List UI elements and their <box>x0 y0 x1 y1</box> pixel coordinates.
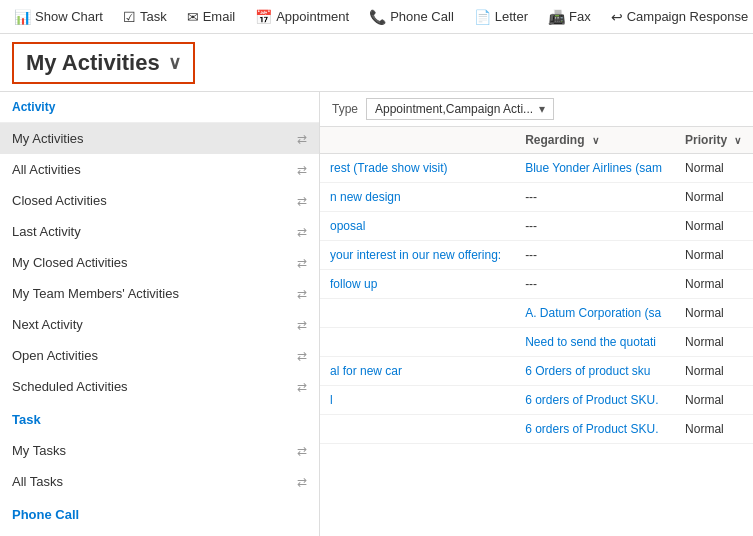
email-label: Email <box>203 9 236 24</box>
header-row: My Activities ∨ <box>0 34 753 92</box>
regarding-link[interactable]: 6 orders of Product SKU. <box>525 422 658 436</box>
regarding-link[interactable]: 6 Orders of product sku <box>525 364 650 378</box>
dropdown-item-my-team-members-activities[interactable]: My Team Members' Activities⇄ <box>0 278 319 309</box>
table-row: 6 orders of Product SKU.Normal <box>320 415 753 444</box>
pin-icon: ⇄ <box>297 163 307 177</box>
pin-icon: ⇄ <box>297 444 307 458</box>
appointment-label: Appointment <box>276 9 349 24</box>
appointment-icon: 📅 <box>255 9 272 25</box>
cell-priority: Normal <box>675 241 753 270</box>
cell-regarding: --- <box>515 241 675 270</box>
subject-link[interactable]: oposal <box>330 219 365 233</box>
task-icon: ☑ <box>123 9 136 25</box>
cell-subject[interactable]: your interest in our new offering: <box>320 241 515 270</box>
main-area: Activity My Activities⇄All Activities⇄Cl… <box>0 92 753 536</box>
cell-subject[interactable]: oposal <box>320 212 515 241</box>
table-row: rest (Trade show visit)Blue Yonder Airli… <box>320 154 753 183</box>
toolbar-item-show-chart[interactable]: 📊Show Chart <box>4 0 113 33</box>
priority-sort-icon: ∨ <box>734 135 741 146</box>
regarding-link[interactable]: A. Datum Corporation (sa <box>525 306 661 320</box>
section-task-label: Task <box>0 402 319 435</box>
letter-icon: 📄 <box>474 9 491 25</box>
toolbar-item-appointment[interactable]: 📅Appointment <box>245 0 359 33</box>
regarding-sort-icon: ∨ <box>592 135 599 146</box>
table-row: n new design---Normal <box>320 183 753 212</box>
toolbar-item-email[interactable]: ✉Email <box>177 0 246 33</box>
toolbar-item-task[interactable]: ☑Task <box>113 0 177 33</box>
cell-subject <box>320 328 515 357</box>
dropdown-item-my-activities[interactable]: My Activities⇄ <box>0 123 319 154</box>
my-activities-dropdown-btn[interactable]: My Activities ∨ <box>12 42 195 84</box>
col-subject <box>320 127 515 154</box>
dropdown-item-next-activity[interactable]: Next Activity⇄ <box>0 309 319 340</box>
cell-priority: Normal <box>675 328 753 357</box>
dropdown-item-open-activities[interactable]: Open Activities⇄ <box>0 340 319 371</box>
toolbar-item-phone-call[interactable]: 📞Phone Call <box>359 0 464 33</box>
type-filter-arrow-icon: ▾ <box>539 102 545 116</box>
campaign-response-icon: ↩ <box>611 9 623 25</box>
pin-icon: ⇄ <box>297 287 307 301</box>
cell-regarding[interactable]: Blue Yonder Airlines (sam <box>515 154 675 183</box>
toolbar-item-fax[interactable]: 📠Fax <box>538 0 601 33</box>
type-filter-value: Appointment,Campaign Acti... <box>375 102 533 116</box>
cell-subject[interactable]: n new design <box>320 183 515 212</box>
table-row: Need to send the quotatiNormal <box>320 328 753 357</box>
pin-icon: ⇄ <box>297 256 307 270</box>
dropdown-panel: Activity My Activities⇄All Activities⇄Cl… <box>0 92 320 536</box>
subject-link[interactable]: n new design <box>330 190 401 204</box>
cell-regarding[interactable]: 6 Orders of product sku <box>515 357 675 386</box>
cell-regarding[interactable]: 6 orders of Product SKU. <box>515 386 675 415</box>
pin-icon: ⇄ <box>297 349 307 363</box>
col-priority[interactable]: Priority ∨ <box>675 127 753 154</box>
pin-icon: ⇄ <box>297 380 307 394</box>
dropdown-item-all-activities[interactable]: All Activities⇄ <box>0 154 319 185</box>
type-filter-label: Type <box>332 102 358 116</box>
regarding-link[interactable]: 6 orders of Product SKU. <box>525 393 658 407</box>
cell-subject <box>320 415 515 444</box>
dropdown-item-scheduled-activities[interactable]: Scheduled Activities⇄ <box>0 371 319 402</box>
cell-regarding: --- <box>515 212 675 241</box>
subject-link[interactable]: al for new car <box>330 364 402 378</box>
cell-subject[interactable]: l <box>320 386 515 415</box>
cell-regarding: --- <box>515 183 675 212</box>
pin-icon: ⇄ <box>297 132 307 146</box>
subject-link[interactable]: your interest in our new offering: <box>330 248 501 262</box>
cell-regarding[interactable]: 6 orders of Product SKU. <box>515 415 675 444</box>
cell-subject <box>320 299 515 328</box>
table-header-row: Regarding ∨ Priority ∨ <box>320 127 753 154</box>
dropdown-item-all-tasks[interactable]: All Tasks⇄ <box>0 466 319 497</box>
content-area: Type Appointment,Campaign Acti... ▾ Rega… <box>320 92 753 536</box>
cell-priority: Normal <box>675 212 753 241</box>
regarding-link[interactable]: Need to send the quotati <box>525 335 656 349</box>
cell-subject[interactable]: rest (Trade show visit) <box>320 154 515 183</box>
regarding-link[interactable]: Blue Yonder Airlines (sam <box>525 161 662 175</box>
dropdown-item-my-tasks[interactable]: My Tasks⇄ <box>0 435 319 466</box>
cell-regarding[interactable]: A. Datum Corporation (sa <box>515 299 675 328</box>
pin-icon: ⇄ <box>297 475 307 489</box>
col-regarding[interactable]: Regarding ∨ <box>515 127 675 154</box>
cell-priority: Normal <box>675 154 753 183</box>
my-activities-title: My Activities <box>26 50 160 76</box>
subject-link[interactable]: l <box>330 393 333 407</box>
toolbar: 📊Show Chart☑Task✉Email📅Appointment📞Phone… <box>0 0 753 34</box>
campaign-response-label: Campaign Response <box>627 9 748 24</box>
task-label: Task <box>140 9 167 24</box>
dropdown-item-closed-activities[interactable]: Closed Activities⇄ <box>0 185 319 216</box>
cell-regarding[interactable]: Need to send the quotati <box>515 328 675 357</box>
table-row: oposal---Normal <box>320 212 753 241</box>
dropdown-item-my-closed-activities[interactable]: My Closed Activities⇄ <box>0 247 319 278</box>
subject-link[interactable]: follow up <box>330 277 377 291</box>
show-chart-icon: 📊 <box>14 9 31 25</box>
table-row: l6 orders of Product SKU.Normal <box>320 386 753 415</box>
fax-label: Fax <box>569 9 591 24</box>
cell-subject[interactable]: follow up <box>320 270 515 299</box>
cell-subject[interactable]: al for new car <box>320 357 515 386</box>
dropdown-item-my-phone-calls[interactable]: My Phone Calls⇄ <box>0 530 319 536</box>
email-icon: ✉ <box>187 9 199 25</box>
table-row: follow up---Normal <box>320 270 753 299</box>
type-filter-select[interactable]: Appointment,Campaign Acti... ▾ <box>366 98 554 120</box>
toolbar-item-letter[interactable]: 📄Letter <box>464 0 538 33</box>
toolbar-item-campaign-response[interactable]: ↩Campaign Response <box>601 0 753 33</box>
dropdown-item-last-activity[interactable]: Last Activity⇄ <box>0 216 319 247</box>
subject-link[interactable]: rest (Trade show visit) <box>330 161 448 175</box>
